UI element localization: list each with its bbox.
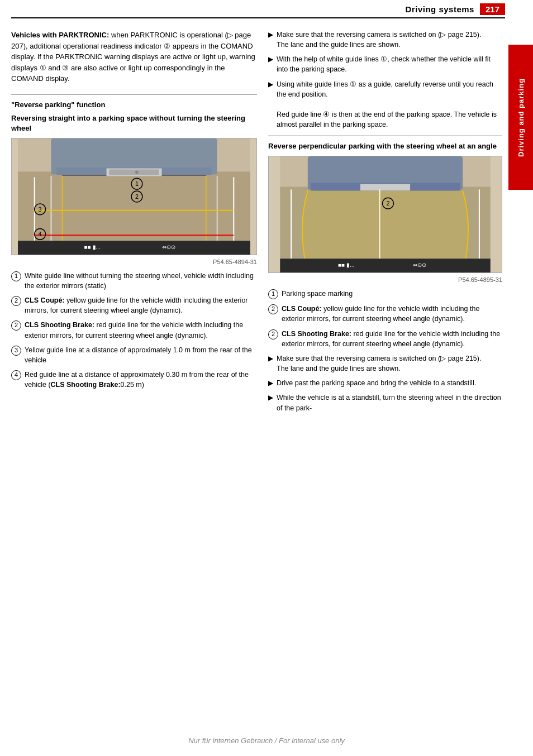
svg-text:4: 4 — [39, 231, 42, 237]
list-item-text: White guide line without turning the ste… — [25, 271, 257, 291]
list-item-text: CLS Coupé: yellow guide line for the veh… — [282, 304, 502, 324]
list-item: 4 Red guide line at a distance of approx… — [11, 370, 257, 390]
svg-text:3: 3 — [39, 206, 42, 213]
bullet-item: ▶ With the help of white guide lines ①, … — [268, 54, 502, 74]
list-item: 1 Parking space marking — [268, 289, 502, 299]
list-item-text: Parking space marking — [282, 289, 353, 299]
right-subsection-heading: Reverse perpendicular parking with the s… — [268, 141, 502, 151]
num-badge-2a: 2 — [11, 296, 21, 306]
list-item-text: CLS Shooting Brake: red guide line for t… — [25, 320, 257, 340]
list-item: 2 CLS Coupé: yellow guide line for the v… — [11, 295, 257, 315]
svg-text:2: 2 — [135, 193, 139, 200]
num-badge-4: 4 — [11, 370, 21, 380]
right-bullet-list-bottom: ▶ Make sure that the reversing camera is… — [268, 353, 502, 413]
right-camera-image: 2 ■■ ▮... ⇔⊙⊙ — [268, 156, 502, 273]
footer: Nur für internen Gebrauch / For internal… — [0, 736, 533, 745]
bullet-item: ▶ Using white guide lines ① as a guide, … — [268, 79, 502, 130]
svg-rect-33 — [360, 184, 410, 191]
list-item-text: Yellow guide line at a distance of appro… — [25, 345, 257, 365]
svg-rect-7 — [109, 169, 159, 175]
chapter-title: Driving systems — [406, 4, 474, 14]
svg-text:■■ ▮...: ■■ ▮... — [338, 262, 354, 268]
right-divider — [268, 135, 502, 136]
bullet-text: Drive past the parking space and bring t… — [277, 378, 476, 388]
bullet-arrow-icon: ▶ — [268, 379, 273, 388]
bullet-text: While the vehicle is at a standstill, tu… — [277, 393, 502, 413]
bullet-item: ▶ Drive past the parking space and bring… — [268, 378, 502, 388]
page-number: 217 — [480, 3, 505, 15]
bullet-item: ▶ While the vehicle is at a standstill, … — [268, 393, 502, 413]
list-item: 2 CLS Shooting Brake: red guide line for… — [268, 329, 502, 349]
svg-rect-25 — [18, 241, 250, 255]
bullet-text: Using white guide lines ① as a guide, ca… — [277, 79, 502, 130]
right-bullet-list-top: ▶ Make sure that the reversing camera is… — [268, 30, 502, 130]
list-item: 2 CLS Shooting Brake: red guide line for… — [11, 320, 257, 340]
right-camera-svg: 2 ■■ ▮... ⇔⊙⊙ — [269, 156, 502, 272]
list-item: 3 Yellow guide line at a distance of app… — [11, 345, 257, 365]
side-tab-label: Driving and parking — [517, 78, 525, 156]
left-camera-svg: 1 2 3 4 ■■ ▮... ⇔⊙⊙ — [12, 138, 256, 255]
intro-paragraph: Vehicles with PARKTRONIC: when PARKTRONI… — [11, 30, 257, 84]
section-heading: "Reverse parking" function — [11, 101, 257, 109]
left-numbered-list: 1 White guide line without turning the s… — [11, 271, 257, 390]
list-item-text: CLS Coupé: yellow guide line for the veh… — [25, 295, 257, 315]
bullet-text: With the help of white guide lines ①, ch… — [277, 54, 502, 74]
svg-text:2: 2 — [386, 200, 389, 207]
bullet-arrow-icon: ▶ — [268, 80, 273, 89]
bullet-arrow-icon: ▶ — [268, 393, 273, 403]
intro-bold: Vehicles with PARKTRONIC: — [11, 31, 109, 39]
svg-text:⇔⊙⊙: ⇔⊙⊙ — [162, 244, 175, 250]
page-header: Driving systems 217 — [11, 0, 505, 18]
num-badge-1: 1 — [11, 271, 21, 281]
bullet-item: ▶ Make sure that the reversing camera is… — [268, 353, 502, 374]
footer-text: Nur für internen Gebrauch / For internal… — [188, 736, 345, 745]
right-numbered-list: 1 Parking space marking 2 CLS Coupé: yel… — [268, 289, 502, 349]
section-divider — [11, 94, 257, 95]
list-item: 1 White guide line without turning the s… — [11, 271, 257, 291]
num-badge-r2b: 2 — [268, 329, 278, 339]
svg-text:1: 1 — [135, 180, 139, 187]
num-badge-3: 3 — [11, 346, 21, 356]
svg-point-8 — [135, 170, 139, 174]
svg-text:⇔⊙⊙: ⇔⊙⊙ — [413, 262, 426, 268]
bullet-arrow-icon: ▶ — [268, 55, 273, 64]
bullet-arrow-icon: ▶ — [268, 30, 273, 40]
left-column: Vehicles with PARKTRONIC: when PARKTRONI… — [11, 30, 257, 418]
main-content: Vehicles with PARKTRONIC: when PARKTRONI… — [0, 18, 533, 429]
num-badge-r2a: 2 — [268, 304, 278, 314]
svg-rect-39 — [280, 259, 490, 273]
list-item-text: CLS Shooting Brake: red guide line for t… — [282, 329, 502, 349]
bullet-arrow-icon: ▶ — [268, 354, 273, 363]
num-badge-2b: 2 — [11, 320, 21, 331]
right-image-caption: P54.65-4895-31 — [268, 276, 502, 283]
left-image-caption: P54.65-4894-31 — [11, 259, 257, 265]
list-item: 2 CLS Coupé: yellow guide line for the v… — [268, 304, 502, 324]
bullet-text: Make sure that the reversing camera is s… — [277, 30, 481, 50]
svg-text:■■ ▮...: ■■ ▮... — [84, 244, 101, 250]
list-item-text: Red guide line at a distance of approxim… — [25, 370, 257, 390]
num-badge-r1: 1 — [268, 289, 278, 299]
left-camera-image: 1 2 3 4 ■■ ▮... ⇔⊙⊙ — [11, 138, 257, 255]
left-subsection-heading: Reversing straight into a parking space … — [11, 113, 257, 133]
side-tab: Driving and parking — [508, 45, 533, 190]
bullet-item: ▶ Make sure that the reversing camera is… — [268, 30, 502, 50]
bullet-text: Make sure that the reversing camera is s… — [277, 353, 481, 374]
right-column: ▶ Make sure that the reversing camera is… — [268, 30, 502, 418]
